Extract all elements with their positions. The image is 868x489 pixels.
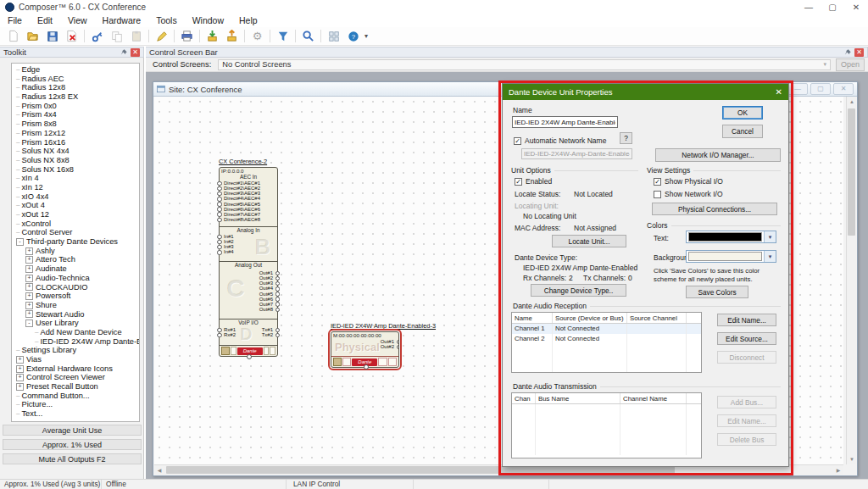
- scrollbar-thumb[interactable]: [166, 466, 675, 474]
- device-network-pin[interactable]: [247, 354, 252, 359]
- locate-unit-button[interactable]: Locate Unit...: [552, 235, 626, 247]
- expand-icon[interactable]: +: [25, 283, 33, 291]
- network-io-manager-button[interactable]: Network I/O Manager...: [655, 148, 781, 162]
- pin-icon[interactable]: [120, 48, 128, 57]
- menu-file[interactable]: File: [0, 14, 30, 27]
- expand-icon[interactable]: +: [25, 310, 33, 318]
- toolkit-item[interactable]: –xOut 12: [12, 210, 139, 219]
- locate-indicator[interactable]: [221, 347, 230, 355]
- menu-edit[interactable]: Edit: [30, 14, 60, 27]
- add-bus-button[interactable]: Add Bus...: [717, 396, 776, 408]
- edit-name-button[interactable]: Edit Name...: [717, 314, 776, 326]
- site-minimize-button[interactable]: —: [787, 83, 808, 95]
- save-colors-button[interactable]: Save Colors: [686, 286, 748, 298]
- toolkit-item[interactable]: –Control Server: [12, 228, 139, 237]
- show-physical-io-checkbox[interactable]: ✓Show Physical I/O: [654, 177, 723, 186]
- expand-icon[interactable]: +: [25, 247, 33, 255]
- help-button[interactable]: ?: [620, 132, 632, 144]
- control-screens-combobox[interactable]: No Control Screens ▾: [218, 59, 831, 70]
- expand-icon[interactable]: +: [25, 256, 33, 264]
- toolkit-item[interactable]: –Solus NX 4x4: [12, 147, 139, 156]
- toolkit-item[interactable]: +Ashly: [12, 247, 139, 256]
- collapse-icon[interactable]: -: [25, 320, 33, 327]
- toolkit-item[interactable]: +Control Screen Viewer: [12, 373, 139, 382]
- toolkit-item[interactable]: +Stewart Audio: [12, 310, 139, 320]
- physical-connections-button[interactable]: Physical Connections...: [652, 203, 777, 215]
- table-row[interactable]: Channel 1Not Connected: [512, 324, 701, 334]
- average-unit-use-button[interactable]: Average Unit Use: [3, 425, 142, 436]
- close-file-icon[interactable]: [62, 28, 81, 45]
- toolkit-item[interactable]: –Solus NX 8x8: [12, 156, 139, 165]
- connect-key-icon[interactable]: [87, 28, 107, 45]
- menu-hardware[interactable]: Hardware: [95, 14, 149, 27]
- toolkit-item[interactable]: +Audinate: [12, 264, 139, 274]
- toolkit-item[interactable]: –Solus NX 16x8: [12, 165, 139, 175]
- expand-icon[interactable]: +: [16, 374, 24, 381]
- expand-icon[interactable]: +: [25, 302, 33, 309]
- toolkit-item[interactable]: –IED-IED 2X4W Amp Dante-Enabled: [12, 337, 139, 347]
- toolkit-item[interactable]: –Prism 4x4: [12, 110, 139, 119]
- toolkit-item[interactable]: –Picture...: [12, 400, 139, 409]
- menu-tools[interactable]: Tools: [148, 14, 185, 27]
- toolkit-item[interactable]: –Radius AEC: [12, 75, 139, 84]
- disconnect-button[interactable]: Disconnect: [717, 351, 776, 364]
- network-name-input[interactable]: [521, 148, 632, 159]
- open-file-icon[interactable]: [23, 28, 42, 45]
- open-control-screen-button[interactable]: Open: [836, 58, 865, 71]
- toolkit-close-icon[interactable]: ✕: [131, 48, 140, 57]
- chevron-down-icon[interactable]: ▾: [764, 251, 776, 262]
- window-close-button[interactable]: ✕: [844, 3, 868, 12]
- dialog-titlebar[interactable]: Dante Device Unit Properties ✕: [503, 84, 788, 100]
- device-ied-amp[interactable]: IED-IED 2X4W Amp Dante-Enabled-3 M:00:00…: [331, 322, 411, 368]
- toolkit-item[interactable]: +Audio-Technica: [12, 274, 139, 283]
- text-color-dropdown[interactable]: ▾: [686, 231, 776, 243]
- toolkit-item[interactable]: –Radius 12x8 EX: [12, 92, 139, 102]
- chevron-down-icon[interactable]: ▾: [764, 231, 776, 242]
- toolkit-item[interactable]: -Third-party Dante Devices: [12, 237, 139, 247]
- pin-icon[interactable]: [843, 48, 852, 57]
- toolkit-item[interactable]: -User Library: [12, 319, 139, 328]
- toolbar-overflow-icon[interactable]: ▾: [364, 32, 368, 40]
- collapse-icon[interactable]: -: [16, 238, 24, 246]
- toolkit-item[interactable]: –Command Button...: [12, 392, 139, 401]
- show-network-io-checkbox[interactable]: Show Network I/O: [654, 190, 723, 198]
- control-screen-bar-close-icon[interactable]: ✕: [854, 48, 864, 57]
- name-input[interactable]: [512, 116, 618, 128]
- download-to-hardware-icon[interactable]: [203, 28, 222, 45]
- site-close-button[interactable]: ✕: [833, 83, 854, 95]
- filter-icon[interactable]: [273, 28, 292, 45]
- new-file-icon[interactable]: [3, 28, 23, 45]
- mute-all-outputs-button[interactable]: Mute All Outputs F2: [3, 453, 142, 464]
- reception-table[interactable]: NameSource (Device or Bus)Source Channel…: [511, 312, 702, 373]
- expand-icon[interactable]: +: [16, 365, 24, 373]
- toolkit-item[interactable]: –Settings Library: [12, 346, 139, 355]
- edit-pencil-icon[interactable]: [152, 28, 171, 45]
- toolkit-item[interactable]: –Add New Dante Device: [12, 328, 139, 337]
- locate-indicator[interactable]: [333, 358, 342, 366]
- automatic-network-name-checkbox[interactable]: ✓Automatic Network Name: [514, 136, 606, 145]
- toolkit-item[interactable]: –Prism 0x0: [12, 102, 139, 111]
- print-icon[interactable]: [177, 28, 197, 45]
- toolkit-item[interactable]: +Powersoft: [12, 292, 139, 301]
- window-minimize-button[interactable]: —: [797, 3, 821, 12]
- cancel-button[interactable]: Cancel: [722, 125, 763, 138]
- port-pin[interactable]: [217, 218, 222, 223]
- port-pin[interactable]: [275, 308, 281, 313]
- change-device-type-button[interactable]: Change Device Type..: [531, 284, 626, 297]
- toolkit-item[interactable]: +Attero Tech: [12, 255, 139, 264]
- enabled-checkbox[interactable]: ✓Enabled: [515, 177, 552, 186]
- toolkit-item[interactable]: –xIn 4: [12, 174, 139, 183]
- toolkit-item[interactable]: –Edge: [12, 65, 139, 75]
- site-grid-icon[interactable]: [324, 28, 343, 45]
- background-color-dropdown[interactable]: ▾: [686, 250, 776, 263]
- toolkit-item[interactable]: +Preset Recall Button: [12, 382, 139, 392]
- expand-icon[interactable]: +: [25, 275, 33, 282]
- toolkit-item[interactable]: –xControl: [12, 219, 139, 229]
- toolkit-item[interactable]: –Text...: [12, 409, 139, 419]
- table-row[interactable]: Channel 2Not Connected: [512, 334, 701, 344]
- port-pin[interactable]: [217, 333, 222, 338]
- menu-window[interactable]: Window: [185, 14, 231, 27]
- toolkit-item[interactable]: +Shure: [12, 301, 139, 310]
- toolkit-item[interactable]: –xOut 4: [12, 201, 139, 210]
- port-pin[interactable]: [217, 250, 222, 255]
